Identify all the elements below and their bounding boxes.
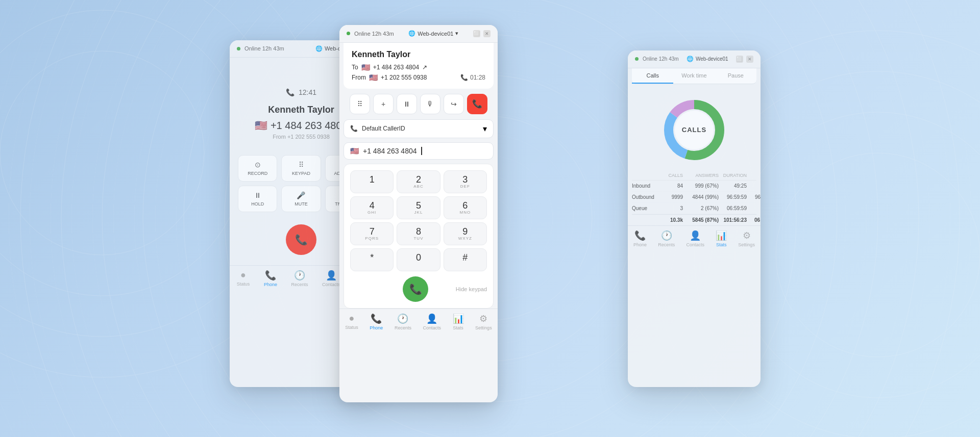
record-button[interactable]: ⊙ RECORD (238, 155, 277, 182)
transfer-ctrl-button[interactable]: ↪ (444, 94, 464, 114)
center-nav-recents[interactable]: 🕐 Recents (390, 312, 415, 331)
dial-key-9[interactable]: 9 WXYZ (444, 222, 487, 245)
tab-calls[interactable]: Calls (632, 68, 673, 84)
left-nav-phone[interactable]: 📞 Phone (260, 269, 281, 288)
dial-key-0[interactable]: 0 (397, 248, 440, 271)
hangup-icon: 📞 (295, 234, 308, 246)
dial-sub: JKL (414, 210, 423, 215)
center-nav-recents-label: Recents (395, 325, 411, 330)
dial-key-6[interactable]: 6 MNO (444, 196, 487, 219)
total-acd: 06:99:59 (747, 217, 761, 223)
row-queue-duration: 06:59:59 (719, 205, 747, 211)
record-label: RECORD (248, 171, 267, 176)
right-nav-recents[interactable]: 🕐 Recents (654, 229, 679, 248)
dial-key-5[interactable]: 5 JKL (397, 196, 440, 219)
center-nav-status-label: Status (345, 325, 358, 330)
hold-button[interactable]: ⏸ HOLD (238, 186, 277, 212)
left-nav-recents[interactable]: 🕐 Recents (287, 269, 312, 288)
center-nav-phone[interactable]: 📞 Phone (365, 312, 387, 331)
center-nav-settings[interactable]: ⚙ Settings (471, 312, 496, 331)
col-answers-header: ANSWERS (683, 173, 719, 178)
right-nav-settings[interactable]: ⚙ Settings (734, 229, 759, 248)
right-nav-stats[interactable]: 📊 Stats (712, 229, 731, 248)
dial-key-#[interactable]: # (444, 248, 487, 271)
right-close-button[interactable]: ✕ (746, 56, 753, 63)
dial-key-4[interactable]: 4 GHI (350, 196, 394, 219)
dial-sub: WXYZ (458, 236, 472, 241)
right-tabs: Calls Work time Pause (632, 68, 756, 84)
mute-button[interactable]: 🎤 MUTE (281, 186, 321, 212)
center-globe-icon: 🌐 (408, 30, 415, 37)
hold-ctrl-button[interactable]: ⏸ (397, 94, 417, 114)
hangup-ctrl-button[interactable]: 📞 (467, 94, 487, 114)
dial-key-2[interactable]: 2 ABC (397, 170, 440, 193)
left-nav-status-label: Status (237, 281, 250, 287)
calls-donut-chart: CALLS (628, 84, 761, 171)
call-button[interactable]: 📞 (403, 276, 428, 302)
to-label: To (352, 64, 358, 71)
left-call-timer: 📞 12:41 (286, 88, 316, 96)
phone-icon-small: 📞 (460, 74, 468, 81)
dial-key-7[interactable]: 7 PQRS (350, 222, 394, 245)
center-device-name: Web-device01 (418, 31, 453, 37)
phone-input-field[interactable]: 🇺🇸 +1 484 263 4804 (344, 142, 494, 160)
dial-sub: ABC (413, 184, 423, 189)
left-hangup-button[interactable]: 📞 (286, 224, 316, 255)
close-button[interactable]: ✕ (483, 30, 491, 37)
caller-id-dropdown[interactable]: 📞 Default CallerID ▾ (344, 119, 494, 138)
center-nav-settings-label: Settings (475, 325, 492, 330)
center-nav-stats[interactable]: 📊 Stats (449, 312, 468, 331)
center-call-info: Kenneth Taylor To 🇺🇸 +1 484 263 4804 ↗ F… (344, 43, 494, 89)
dial-num: 3 (462, 175, 468, 184)
tab-pause[interactable]: Pause (715, 68, 756, 84)
left-nav-status[interactable]: ● Status (233, 269, 254, 288)
stats-row-inbound: Inbound 84 999 (67%) 49:25 00:34 (632, 181, 756, 192)
right-device-name: Web-device01 (696, 56, 728, 62)
center-header-status: Online 12h 43m (347, 31, 394, 37)
row-queue-calls: 3 (663, 205, 683, 211)
center-from-info: From 🇺🇸 +1 202 555 0938 (352, 73, 427, 82)
center-to-row: To 🇺🇸 +1 484 263 4804 ↗ (352, 63, 485, 71)
duration-value: 01:28 (470, 74, 485, 81)
center-nav-contacts-label: Contacts (423, 325, 441, 330)
tab-work-time[interactable]: Work time (673, 68, 715, 84)
dialpad-footer: 📞 Hide keypad (350, 276, 487, 302)
input-flag: 🇺🇸 (350, 147, 359, 155)
phone-input-value: +1 484 263 4804 (363, 147, 417, 155)
dial-key-*[interactable]: * (350, 248, 394, 271)
row-inbound-calls: 84 (663, 183, 683, 189)
center-status-text: Online 12h 43m (354, 31, 394, 37)
stats-row-outbound: Outbound 9999 4844 (99%) 96:59:59 96:59:… (632, 192, 756, 203)
right-window: Online 12h 43m 🌐 Web-device01 ⬜ ✕ Calls … (628, 50, 761, 387)
dial-key-3[interactable]: 3 DEF (444, 170, 487, 193)
text-cursor (421, 147, 422, 155)
right-nav-contacts[interactable]: 👤 Contacts (682, 229, 708, 248)
left-nav-contacts-label: Contacts (322, 282, 340, 287)
dial-key-1[interactable]: 1 (350, 170, 394, 193)
left-status-text: Online 12h 43m (244, 45, 284, 52)
center-nav-status[interactable]: ● Status (341, 312, 362, 331)
mute-ctrl-button[interactable]: 🎙 (420, 94, 440, 114)
right-online-indicator (635, 57, 639, 61)
maximize-button[interactable]: ⬜ (473, 30, 480, 37)
row-outbound-duration: 96:59:59 (719, 194, 747, 200)
right-nav-phone[interactable]: 📞 Phone (629, 229, 651, 248)
online-indicator (237, 47, 240, 50)
right-maximize-button[interactable]: ⬜ (736, 56, 743, 63)
keypad-button[interactable]: ⠿ KEYPAD (281, 155, 321, 182)
dial-key-8[interactable]: 8 TUV (397, 222, 440, 245)
svg-point-10 (0, 51, 204, 255)
row-outbound-calls: 9999 (663, 194, 683, 200)
add-call-ctrl-button[interactable]: + (373, 94, 394, 114)
call-duration: 📞 01:28 (460, 74, 485, 81)
stats-total-row: 10.3k 5845 (87%) 101:56:23 06:99:59 (632, 214, 756, 225)
right-window-header: Online 12h 43m 🌐 Web-device01 ⬜ ✕ (628, 50, 761, 68)
hide-keypad-button[interactable]: Hide keypad (456, 286, 487, 292)
dialpad-toggle-button[interactable]: ⠿ (350, 94, 370, 114)
center-contacts-icon: 👤 (426, 313, 437, 324)
center-nav-contacts[interactable]: 👤 Contacts (419, 312, 445, 331)
right-bottom-nav: 📞 Phone 🕐 Recents 👤 Contacts 📊 Stats ⚙ S… (628, 225, 761, 252)
right-settings-icon: ⚙ (743, 230, 751, 241)
svg-point-11 (0, 10, 245, 296)
row-queue-type: Queue (632, 205, 663, 211)
